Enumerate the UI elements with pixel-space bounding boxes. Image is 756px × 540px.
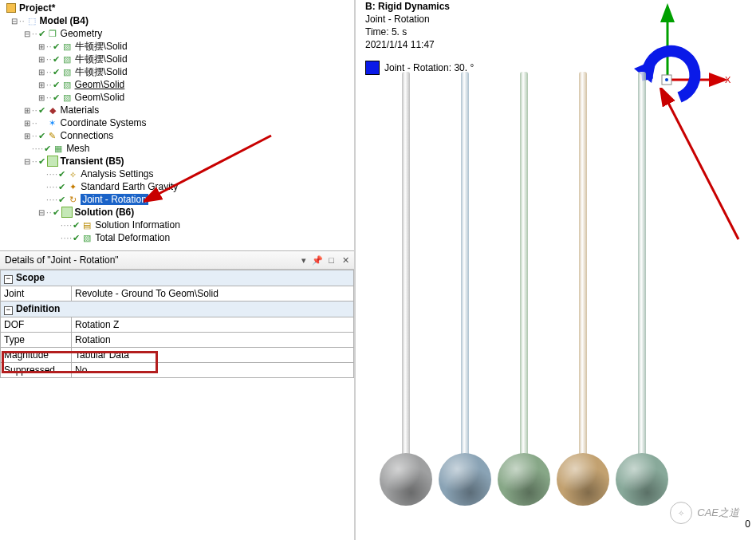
joint-load-icon: ↻ (66, 194, 79, 205)
cell-key: Magnitude (1, 348, 72, 363)
check-icon: ✔ (44, 144, 51, 154)
collapse-icon[interactable]: ⊟ (22, 157, 32, 166)
transient-icon (47, 156, 58, 167)
tree-node-solution[interactable]: ⊟ ·· ✔ Solution (B6) (5, 206, 354, 219)
check-icon: ✔ (53, 67, 60, 77)
geometry-icon: ❒ (46, 28, 59, 39)
part-icon: ▧ (61, 92, 73, 103)
outline-tree[interactable]: Project* ⊟ ·· ⬚ Model (B4) ⊟ ·· ✔ ❒ Geom… (0, 0, 354, 244)
vp-subtitle: Joint - Rotation (365, 13, 474, 26)
solution-info-icon: ▤ (81, 219, 93, 231)
dropdown-icon[interactable]: ▾ (298, 255, 309, 266)
pendulum-ball (498, 453, 550, 506)
viewport-overlay-text: B: Rigid Dynamics Joint - Rotation Time:… (365, 0, 474, 75)
expand-icon[interactable]: ⊞ (37, 68, 46, 77)
expand-icon[interactable]: ⊞ (37, 42, 46, 51)
corner-scale-value: 0 (745, 518, 750, 530)
coordinate-systems-icon: ✶ (46, 117, 59, 128)
collapse-icon[interactable]: − (4, 275, 13, 284)
pendulum-group (378, 72, 681, 526)
check-icon: ✔ (73, 233, 80, 243)
part-label: 牛顿摆\Solid (75, 53, 128, 66)
tree-node-part-1[interactable]: ⊞ ·· ✔ ▧ 牛顿摆\Solid (5, 40, 354, 53)
part-label: 牛顿摆\Solid (75, 65, 128, 79)
tree-node-connections[interactable]: ⊞ ·· ✔ ✎ Connections (5, 129, 354, 142)
graphics-viewport[interactable]: B: Rigid Dynamics Joint - Rotation Time:… (356, 0, 755, 540)
tree-node-gravity[interactable]: ···· ✔ ✦ Standard Earth Gravity (5, 180, 354, 193)
check-icon: ✔ (73, 220, 80, 231)
expand-icon[interactable]: ⊞ (22, 132, 32, 140)
cell-value[interactable]: No (72, 363, 354, 378)
details-grid[interactable]: −Scope Joint Revolute - Ground To Geom\S… (0, 270, 354, 378)
part-label: Geom\Solid (75, 92, 125, 103)
model-label: Model (B4) (40, 15, 89, 26)
cell-key: Joint (1, 286, 72, 302)
check-icon: ✔ (38, 131, 45, 141)
tree-node-joint-rotation[interactable]: ···· ✔ ↻ Joint - Rotation (5, 193, 354, 206)
expand-icon[interactable]: ⊞ (22, 106, 32, 115)
tree-node-analysis-settings[interactable]: ···· ✔ ⟡ Analysis Settings (5, 168, 354, 180)
pendulum-rod (579, 72, 587, 463)
vp-date: 2021/1/14 11:47 (365, 38, 474, 51)
tree-node-part-2[interactable]: ⊞ ·· ✔ ▧ 牛顿摆\Solid (5, 53, 354, 65)
collapse-icon[interactable]: ⊟ (37, 208, 46, 217)
row-dof[interactable]: DOF Rotation Z (1, 317, 354, 333)
connections-label: Connections (61, 130, 114, 141)
solution-info-label: Solution Information (95, 219, 180, 231)
tree-node-mesh[interactable]: ⊞ ···· ✔ ▦ Mesh (5, 142, 354, 155)
check-icon: ✔ (58, 195, 65, 205)
dock-icon[interactable]: □ (326, 255, 337, 265)
mesh-icon: ▦ (52, 143, 65, 154)
tree-node-model[interactable]: ⊟ ·· ⬚ Model (B4) (5, 14, 354, 27)
tree-node-part-geom1[interactable]: ⊞ ·· ✔ ▧ Geom\Solid (5, 78, 354, 91)
check-icon: ✔ (38, 156, 45, 167)
tree-node-geometry[interactable]: ⊟ ·· ✔ ❒ Geometry (5, 27, 354, 40)
expand-icon[interactable]: ⊞ (37, 93, 46, 102)
cell-value[interactable]: Tabular Data (72, 348, 354, 363)
section-definition[interactable]: −Definition (1, 302, 354, 317)
csys-label: Coordinate Systems (61, 117, 147, 128)
gravity-icon: ✦ (66, 181, 79, 192)
collapse-icon[interactable]: ⊟ (22, 30, 32, 38)
part-icon: ▧ (61, 53, 73, 65)
part-label: Geom\Solid (75, 79, 125, 90)
cell-value[interactable]: Rotation Z (72, 317, 354, 333)
check-icon: ✔ (38, 29, 45, 39)
pendulum-rod (638, 72, 646, 463)
expand-icon[interactable]: ⊞ (22, 119, 32, 128)
row-joint[interactable]: Joint Revolute - Ground To Geom\Solid (1, 286, 354, 302)
deformation-icon: ▧ (81, 232, 93, 243)
pendulum-rod (402, 72, 410, 463)
cell-value[interactable]: Revolute - Ground To Geom\Solid (72, 286, 354, 302)
row-suppressed[interactable]: Suppressed No (1, 363, 354, 378)
details-titlebar[interactable]: Details of "Joint - Rotation" ▾ 📌 □ ✕ (0, 251, 354, 270)
tree-node-total-deformation[interactable]: ···· ✔ ▧ Total Deformation (5, 231, 354, 244)
materials-icon: ◆ (46, 104, 59, 116)
cell-value[interactable]: Rotation (72, 333, 354, 348)
row-magnitude[interactable]: Magnitude Tabular Data (1, 348, 354, 363)
collapse-icon[interactable]: − (4, 306, 13, 315)
cell-key: Suppressed (1, 363, 72, 378)
details-title: Details of "Joint - Rotation" (5, 254, 119, 266)
tree-node-solution-info[interactable]: ···· ✔ ▤ Solution Information (5, 219, 354, 231)
tree-node-part-geom2[interactable]: ⊞ ·· ✔ ▧ Geom\Solid (5, 91, 354, 104)
row-type[interactable]: Type Rotation (1, 333, 354, 348)
collapse-icon[interactable]: ⊟ (10, 17, 19, 26)
expand-icon[interactable]: ⊞ (37, 55, 46, 64)
mesh-label: Mesh (66, 143, 89, 154)
tree-node-part-3[interactable]: ⊞ ·· ✔ ▧ 牛顿摆\Solid (5, 65, 354, 78)
tree-node-project[interactable]: Project* (5, 2, 354, 14)
pin-icon[interactable]: 📌 (312, 255, 323, 266)
close-icon[interactable]: ✕ (340, 255, 351, 266)
tree-node-csys[interactable]: ⊞ ·· ✔ ✶ Coordinate Systems (5, 116, 354, 129)
tree-node-transient[interactable]: ⊟ ·· ✔ Transient (B5) (5, 155, 354, 168)
joint-rotation-label: Joint - Rotation (81, 194, 148, 205)
watermark: ✧ CAE之道 (670, 502, 739, 524)
model-icon: ⬚ (26, 15, 38, 26)
pendulum-ball (380, 453, 432, 506)
tree-node-materials[interactable]: ⊞ ·· ✔ ◆ Materials (5, 104, 354, 116)
project-icon (6, 3, 16, 13)
section-scope[interactable]: −Scope (1, 270, 354, 286)
axis-x-label: X (725, 75, 731, 85)
expand-icon[interactable]: ⊞ (37, 81, 46, 89)
